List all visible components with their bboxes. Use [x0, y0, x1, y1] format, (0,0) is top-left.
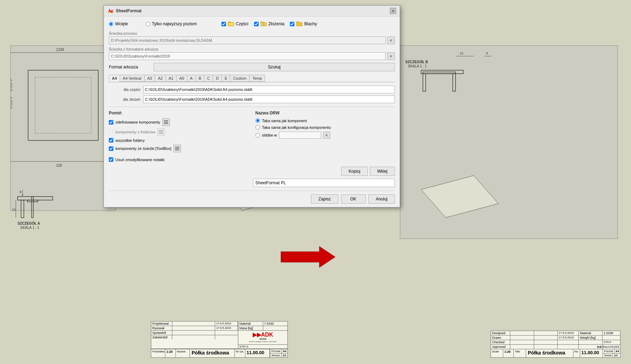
drw-config-label: Taka sama jak konfiguracja komponentu: [262, 125, 331, 130]
omit-toolbox: komponenty ze ścieżki [ToolBox]: [109, 145, 248, 152]
dialog-titlebar: SheetFormat ✕: [104, 6, 400, 16]
parts-format-select-wrapper: C:\SOLID\Szablony\Formatki\2019\ADKSolid…: [143, 86, 395, 93]
radio-wcięte[interactable]: Wcięte: [109, 21, 128, 26]
tab-Temp[interactable]: Temp: [249, 75, 265, 82]
svg-rect-52: [261, 22, 263, 23]
slddtw-browse-btn[interactable]: <: [323, 132, 330, 139]
drw-slddtw-label: slddtw w: [262, 133, 277, 137]
checkbox-toolbox[interactable]: [109, 146, 113, 151]
svg-rect-64: [175, 147, 179, 147]
ok-button[interactable]: OK: [341, 194, 366, 204]
svg-text:15: 15: [460, 52, 463, 55]
svg-rect-57: [297, 22, 299, 23]
paste-button[interactable]: Wklej: [370, 167, 395, 176]
adk-logo: ▶▶ADK Solid where design meets precision: [249, 332, 277, 343]
path-formats-row: <: [109, 52, 395, 60]
list-icon-folder[interactable]: [157, 128, 165, 136]
top-options-row: Wcięte Tylko najwyższy poziom Części: [109, 20, 395, 28]
checkbox-assemblies[interactable]: Złożenia: [254, 21, 284, 26]
radio-drw-slddtw[interactable]: [255, 133, 260, 138]
path-formats-input[interactable]: [109, 52, 386, 60]
preset-select[interactable]: SheetFormat PL: [253, 179, 395, 187]
defined-label: zdefiniowane komponenty: [115, 120, 160, 124]
path-formats-section: Ścieżka z formatami arkusza <: [109, 47, 395, 60]
list-icon-toolbox[interactable]: [173, 145, 181, 152]
omit-title: Pomiń: [109, 111, 248, 115]
tab-A0[interactable]: A0: [176, 75, 187, 82]
path-process-browse-btn[interactable]: <: [387, 37, 395, 44]
search-button[interactable]: Szukaj: [154, 63, 395, 71]
radio-tylko-label: Tylko najwyższy poziom: [152, 21, 197, 26]
tab-A4V[interactable]: A4 Vertical: [120, 75, 145, 82]
svg-text:8: 8: [486, 52, 488, 55]
svg-rect-58: [164, 120, 168, 121]
checkbox-parts[interactable]: Części: [221, 21, 248, 26]
svg-text:120: 120: [56, 164, 62, 167]
parts-label: Części: [236, 21, 248, 26]
path-process-section: Ścieżka procesu <: [109, 31, 395, 44]
folder-label: komponenty z folderów: [115, 130, 155, 134]
drw-title: Nazwa DRW: [255, 111, 395, 115]
svg-text:W DÓŁ 9°: W DÓŁ 9°: [10, 96, 13, 109]
parts-folder-icon: [228, 21, 234, 26]
preset-select-wrapper: SheetFormat PL: [253, 179, 395, 187]
remove-notes-row: Usuń zmodyfikowane notatki: [109, 157, 395, 162]
svg-text:SKALA 1 : 1: SKALA 1 : 1: [408, 64, 427, 68]
checkbox-allfolders[interactable]: [109, 138, 113, 143]
omit-defined: zdefiniowane komponenty: [109, 118, 248, 126]
tab-A2[interactable]: A2: [155, 75, 166, 82]
svg-text:8: 8: [20, 190, 21, 194]
radio-tylko[interactable]: Tylko najwyższy poziom: [146, 21, 197, 26]
list-icon-defined[interactable]: [162, 118, 170, 126]
assemblies-label: Złożenia: [268, 21, 284, 26]
remove-notes-label: Usuń zmodyfikowane notatki: [115, 158, 165, 162]
tab-C[interactable]: C: [204, 75, 213, 82]
svg-marker-45: [281, 246, 335, 267]
checkbox-remove-notes[interactable]: [109, 157, 113, 162]
svg-rect-49: [228, 22, 231, 23]
red-arrow: [281, 245, 337, 269]
title-block-right: Designed 17.9.5.2019 Material 1.0330 Dra…: [491, 331, 620, 358]
format-label: Format arkusza: [109, 65, 151, 70]
tab-bar: A4 A4 Vertical A3 A2 A1 A0 A B C D E Cus…: [109, 75, 395, 82]
checkbox-folder[interactable]: [109, 130, 113, 134]
path-formats-browse-btn[interactable]: <: [387, 52, 395, 60]
radio-drw-component[interactable]: [255, 118, 260, 123]
tab-A1[interactable]: A1: [166, 75, 177, 82]
omit-allfolders: wszystkie foldery: [109, 138, 248, 143]
tab-A[interactable]: A: [187, 75, 196, 82]
svg-text:SZCZEGÓŁ A: SZCZEGÓŁ A: [18, 221, 40, 225]
title-block-left: Projektował 17.9.5.2019 Rysował 17.9.5.2…: [151, 321, 288, 358]
checkbox-sheets[interactable]: Blachy: [290, 21, 317, 26]
checkbox-defined[interactable]: [109, 120, 113, 125]
assemblies-format-select-wrapper: C:\SOLID\Szablony\Formatki\2019\ADKSolid…: [143, 95, 395, 103]
save-button[interactable]: Zapisz: [311, 194, 338, 204]
assemblies-format-select[interactable]: C:\SOLID\Szablony\Formatki\2019\ADKSolid…: [143, 95, 395, 103]
tab-A4[interactable]: A4: [109, 75, 120, 82]
omit-section: Pomiń zdefiniowane komponenty: [109, 111, 248, 154]
radio-drw-config[interactable]: [255, 125, 260, 130]
tab-Custom[interactable]: Custom: [230, 75, 250, 82]
parts-format-select[interactable]: C:\SOLID\Szablony\Formatki\2019\ADKSolid…: [143, 86, 395, 93]
copy-button[interactable]: Kopiuj: [341, 167, 367, 176]
svg-text:SKALA 1 : 1: SKALA 1 : 1: [20, 226, 39, 230]
svg-text:15: 15: [12, 208, 15, 211]
preset-row: SheetFormat PL: [109, 179, 395, 187]
svg-text:1239: 1239: [56, 48, 64, 52]
omit-folder: komponenty z folderów: [109, 128, 248, 136]
path-process-input[interactable]: [109, 37, 386, 44]
close-button[interactable]: ✕: [390, 8, 396, 14]
dialog-title: SheetFormat: [107, 8, 141, 14]
tab-E[interactable]: E: [221, 75, 230, 82]
path-process-label: Ścieżka procesu: [109, 31, 395, 35]
tab-D[interactable]: D: [213, 75, 222, 82]
svg-rect-61: [159, 130, 163, 131]
path-formats-label: Ścieżka z formatami arkusza: [109, 47, 395, 51]
sheetformat-dialog: SheetFormat ✕ Wcięte Tylko najwyższy poz…: [104, 5, 400, 207]
assemblies-format-label: dla złożeń: [109, 97, 140, 101]
tab-B[interactable]: B: [195, 75, 204, 82]
cancel-button[interactable]: Anuluj: [368, 194, 395, 204]
drw-radio-slddtw: slddtw w <: [255, 132, 395, 139]
tab-A3[interactable]: A3: [144, 75, 155, 82]
slddtw-input[interactable]: [279, 132, 321, 139]
